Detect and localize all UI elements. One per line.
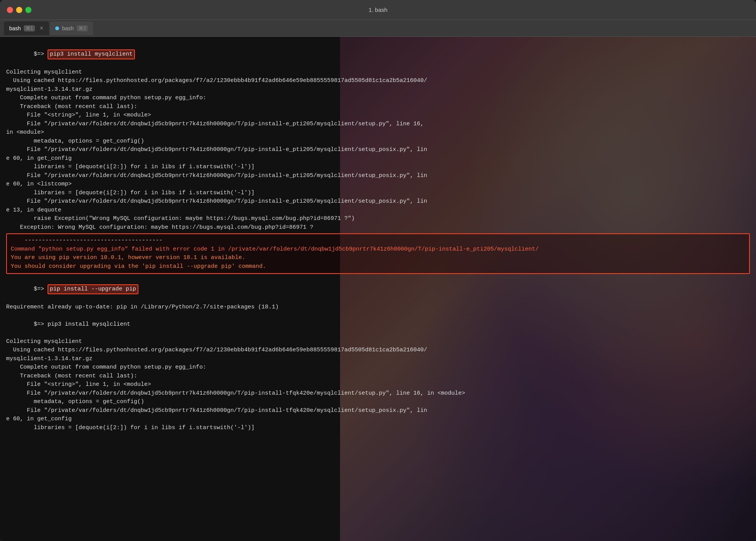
minimize-button[interactable] bbox=[16, 7, 22, 13]
line-21: Complete output from command python setu… bbox=[6, 363, 750, 372]
traffic-lights bbox=[0, 7, 31, 13]
line-6: File "<string>", line 1, in <module> bbox=[6, 111, 750, 120]
terminal-window: 1. bash bash ⌘1 ✕ bash ⌘2 $=> pip3 insta… bbox=[0, 0, 756, 541]
tab-bash-2[interactable]: bash ⌘2 bbox=[50, 21, 93, 35]
prompt-1: $=> bbox=[34, 51, 48, 57]
cmd-highlight-2: pip install --upgrade pip bbox=[48, 284, 138, 295]
line-11: File "/private/var/folders/dt/dnqbw1jd5c… bbox=[6, 172, 750, 189]
tab-close-1[interactable]: ✕ bbox=[39, 25, 44, 31]
line-20: Using cached https://files.pythonhosted.… bbox=[6, 346, 750, 363]
warning-msg-1: You are using pip version 10.0.1, howeve… bbox=[11, 254, 745, 262]
line-16: $=> pip install --upgrade pip bbox=[6, 275, 750, 303]
line-5: Traceback (most recent call last): bbox=[6, 103, 750, 111]
error-separator: ---------------------------------------- bbox=[11, 236, 745, 245]
tab-label-1: bash bbox=[9, 25, 21, 31]
title-bar: 1. bash bbox=[0, 0, 756, 20]
line-8: metadata, options = get_config() bbox=[6, 137, 750, 146]
tab-shortcut-1: ⌘1 bbox=[24, 25, 35, 31]
line-14: raise Exception("Wrong MySQL configurati… bbox=[6, 215, 750, 223]
line-15: Exception: Wrong MySQL configuration: ma… bbox=[6, 223, 750, 232]
tab-shortcut-2: ⌘2 bbox=[77, 25, 88, 31]
prompt-2: $=> bbox=[34, 286, 48, 292]
line-1: $=> pip3 install mysqlclient bbox=[6, 41, 750, 68]
error-msg-1: Command "python setup.py egg_info" faile… bbox=[11, 245, 745, 254]
line-10: libraries = [dequote(i[2:]) for i in lib… bbox=[6, 163, 750, 172]
line-27: libraries = [dequote(i[2:]) for i in lib… bbox=[6, 424, 750, 433]
line-3: Using cached https://files.pythonhosted.… bbox=[6, 77, 750, 94]
terminal-content[interactable]: $=> pip3 install mysqlclient Collecting … bbox=[0, 37, 756, 541]
line-4: Complete output from command python setu… bbox=[6, 94, 750, 103]
line-18: $=> pip3 install mysqlclient bbox=[6, 311, 750, 338]
line-12: libraries = [dequote(i[2:]) for i in lib… bbox=[6, 189, 750, 198]
error-box-1: ----------------------------------------… bbox=[6, 233, 750, 274]
line-7: File "/private/var/folders/dt/dnqbw1jd5c… bbox=[6, 120, 750, 137]
line-22: Traceback (most recent call last): bbox=[6, 372, 750, 381]
tab-label-2: bash bbox=[62, 25, 74, 31]
window-title: 1. bash bbox=[0, 7, 756, 13]
line-25: metadata, options = get_config() bbox=[6, 398, 750, 407]
line-23: File "<string>", line 1, in <module> bbox=[6, 380, 750, 389]
tab-dot-2 bbox=[55, 26, 59, 30]
line-2: Collecting mysqlclient bbox=[6, 68, 750, 77]
warning-msg-2: You should consider upgrading via the 'p… bbox=[11, 262, 745, 271]
tab-bar: bash ⌘1 ✕ bash ⌘2 bbox=[0, 20, 756, 37]
tab-bash-1[interactable]: bash ⌘1 ✕ bbox=[4, 21, 49, 35]
close-button[interactable] bbox=[7, 7, 13, 13]
line-9: File "/private/var/folders/dt/dnqbw1jd5c… bbox=[6, 146, 750, 163]
line-17: Requirement already up-to-date: pip in /… bbox=[6, 303, 750, 312]
line-13: File "/private/var/folders/dt/dnqbw1jd5c… bbox=[6, 197, 750, 215]
line-24: File "/private/var/folders/dt/dnqbw1jd5c… bbox=[6, 389, 750, 398]
terminal-body: $=> pip3 install mysqlclient Collecting … bbox=[0, 37, 756, 541]
prompt-3: $=> pip3 install mysqlclient bbox=[34, 321, 130, 328]
maximize-button[interactable] bbox=[25, 7, 31, 13]
cmd-highlight-1: pip3 install mysqlclient bbox=[48, 49, 135, 60]
line-26: File "/private/var/folders/dt/dnqbw1jd5c… bbox=[6, 407, 750, 424]
line-19: Collecting mysqlclient bbox=[6, 338, 750, 346]
